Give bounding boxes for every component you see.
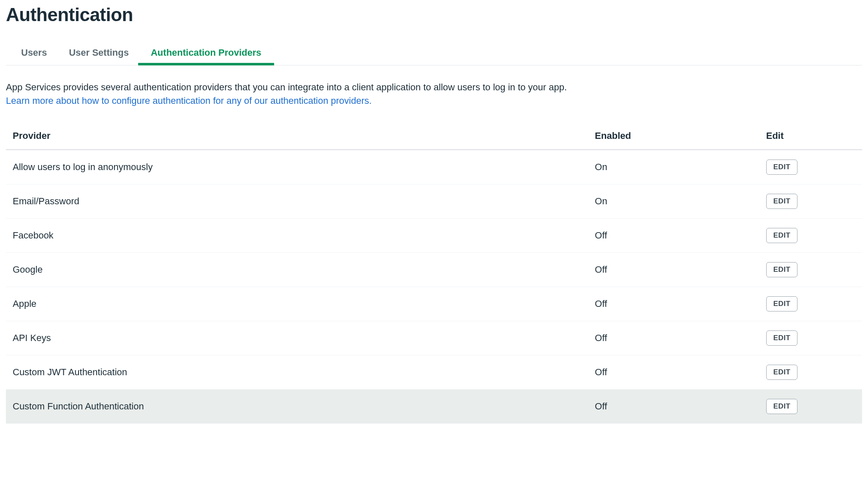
provider-name: Apple bbox=[6, 287, 588, 321]
tab-users[interactable]: Users bbox=[19, 43, 49, 65]
provider-status: Off bbox=[588, 218, 759, 252]
table-row: API KeysOffEDIT bbox=[6, 321, 862, 355]
edit-cell: EDIT bbox=[759, 218, 862, 252]
provider-status: On bbox=[588, 149, 759, 184]
edit-cell: EDIT bbox=[759, 184, 862, 218]
tab-authentication-providers[interactable]: Authentication Providers bbox=[149, 43, 263, 65]
providers-table: Provider Enabled Edit Allow users to log… bbox=[6, 125, 862, 424]
column-header-edit: Edit bbox=[759, 125, 862, 150]
table-row: Custom Function AuthenticationOffEDIT bbox=[6, 389, 862, 423]
tab-user-settings[interactable]: User Settings bbox=[67, 43, 131, 65]
provider-name: Custom Function Authentication bbox=[6, 389, 588, 423]
table-row: Email/PasswordOnEDIT bbox=[6, 184, 862, 218]
edit-cell: EDIT bbox=[759, 252, 862, 287]
table-row: Allow users to log in anonymouslyOnEDIT bbox=[6, 149, 862, 184]
provider-name: Allow users to log in anonymously bbox=[6, 149, 588, 184]
provider-name: Google bbox=[6, 252, 588, 287]
edit-button[interactable]: EDIT bbox=[766, 228, 798, 243]
edit-cell: EDIT bbox=[759, 355, 862, 389]
provider-status: Off bbox=[588, 389, 759, 423]
provider-status: Off bbox=[588, 355, 759, 389]
intro-text: App Services provides several authentica… bbox=[6, 82, 567, 92]
provider-name: Email/Password bbox=[6, 184, 588, 218]
column-header-enabled: Enabled bbox=[588, 125, 759, 150]
provider-status: Off bbox=[588, 287, 759, 321]
provider-name: API Keys bbox=[6, 321, 588, 355]
provider-name: Custom JWT Authentication bbox=[6, 355, 588, 389]
table-row: FacebookOffEDIT bbox=[6, 218, 862, 252]
provider-name: Facebook bbox=[6, 218, 588, 252]
provider-status: Off bbox=[588, 252, 759, 287]
intro-learn-more-link[interactable]: Learn more about how to configure authen… bbox=[6, 95, 372, 106]
edit-cell: EDIT bbox=[759, 149, 862, 184]
edit-button[interactable]: EDIT bbox=[766, 262, 798, 277]
edit-button[interactable]: EDIT bbox=[766, 330, 798, 346]
edit-button[interactable]: EDIT bbox=[766, 296, 798, 311]
edit-button[interactable]: EDIT bbox=[766, 365, 798, 380]
column-header-provider: Provider bbox=[6, 125, 588, 150]
edit-cell: EDIT bbox=[759, 287, 862, 321]
edit-button[interactable]: EDIT bbox=[766, 160, 798, 175]
tabs-bar: Users User Settings Authentication Provi… bbox=[6, 43, 862, 65]
edit-cell: EDIT bbox=[759, 321, 862, 355]
provider-status: On bbox=[588, 184, 759, 218]
intro-block: App Services provides several authentica… bbox=[6, 81, 862, 108]
provider-status: Off bbox=[588, 321, 759, 355]
edit-button[interactable]: EDIT bbox=[766, 194, 798, 209]
table-row: AppleOffEDIT bbox=[6, 287, 862, 321]
table-row: GoogleOffEDIT bbox=[6, 252, 862, 287]
table-row: Custom JWT AuthenticationOffEDIT bbox=[6, 355, 862, 389]
edit-button[interactable]: EDIT bbox=[766, 399, 798, 414]
page-title: Authentication bbox=[6, 4, 862, 25]
edit-cell: EDIT bbox=[759, 389, 862, 423]
